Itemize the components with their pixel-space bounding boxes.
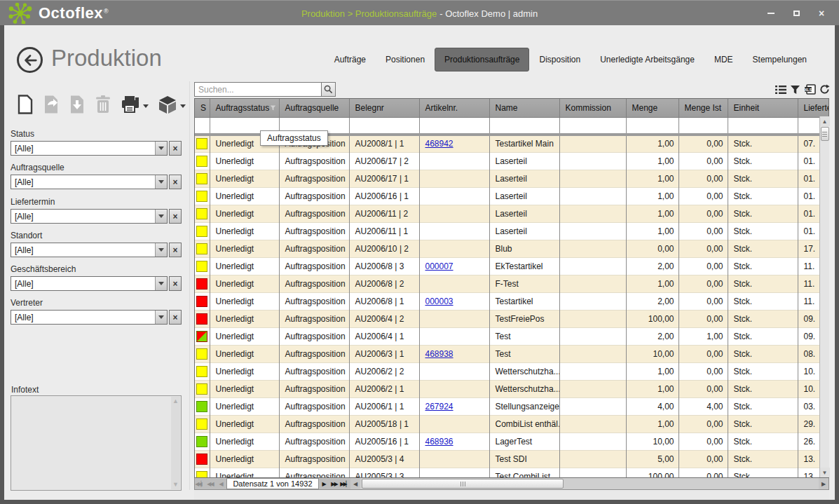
minimize-button[interactable] [762,7,780,20]
column-chooser-icon[interactable] [775,85,786,97]
table-row[interactable]: UnerledigtAuftragspositionAU2006/4 | 1Te… [195,327,829,345]
column-header-auftragsstatus[interactable]: Auftragsstatus [210,99,279,117]
table-row[interactable]: UnerledigtAuftragspositionAU2006/16 | 1L… [195,187,829,205]
filter-dropdown-standort[interactable]: [Alle] [11,243,168,257]
table-row[interactable]: UnerledigtAuftragspositionAU2006/2 | 1We… [195,380,829,397]
search-button[interactable] [322,82,336,97]
tab-stempelungen[interactable]: Stempelungen [743,48,817,71]
filter-cell-einheit[interactable] [728,117,798,135]
dropdown-caret-icon[interactable] [143,104,149,108]
artikelnr-link[interactable]: 468936 [425,437,453,447]
first-record-button[interactable]: ◀◀▏ [195,478,205,489]
filter-clear-button[interactable]: × [169,243,182,257]
filter-clear-button[interactable]: × [169,209,182,224]
vertical-scroll-thumb[interactable] [821,127,829,141]
filter-cell-menge-ist[interactable] [678,117,728,135]
package-button[interactable] [158,95,186,117]
table-row[interactable]: UnerledigtAuftragspositionAU2006/4 | 2Te… [195,310,829,327]
tab-positionen[interactable]: Positionen [376,48,435,71]
table-row[interactable]: UnerledigtAuftragspositionAU2006/3 | 146… [195,345,829,362]
scroll-right-icon[interactable]: ▶ [819,478,828,489]
artikelnr-link[interactable]: 468942 [425,139,453,149]
filter-dropdown-vertreter[interactable]: [Alle] [11,310,168,325]
filter-cell-menge[interactable] [626,117,678,135]
prev-page-button[interactable]: ◀◀ [205,478,216,489]
grid-horizontal-scrollbar[interactable] [360,478,819,489]
tab-aufträge[interactable]: Aufträge [325,48,376,71]
filter-dropdown-geschäftsbereich[interactable]: [Alle] [11,276,168,291]
dropdown-button[interactable] [155,243,167,257]
table-row[interactable]: UnerledigtAuftragspositionAU2006/2 | 2We… [195,362,829,380]
infotext-field[interactable]: ▲▼ [11,395,182,491]
dropdown-button[interactable] [155,175,167,189]
filter-dropdown-status[interactable]: [Alle] [11,141,168,156]
table-row[interactable]: UnerledigtAuftragspositionAU2006/8 | 300… [195,257,829,275]
tab-disposition[interactable]: Disposition [529,48,590,71]
artikelnr-link[interactable]: 000003 [425,297,453,306]
back-button[interactable] [17,47,43,73]
table-row[interactable]: UnerledigtAuftragspositionAU2005/3 | 3Te… [195,468,829,478]
dropdown-caret-icon[interactable] [180,104,186,108]
dropdown-button[interactable] [155,311,167,324]
column-header-belegnr[interactable]: Belegnr [349,99,419,117]
dropdown-button[interactable] [155,142,167,155]
print-button[interactable] [121,95,149,116]
column-header-s[interactable]: S [195,99,210,117]
scroll-left-icon[interactable]: ◀ [350,478,360,489]
filter-clear-button[interactable]: × [169,276,182,291]
column-header-kommission[interactable]: Kommission [559,99,626,117]
filter-dropdown-liefertermin[interactable]: [Alle] [11,209,168,224]
scroll-down-icon[interactable]: ▼ [820,468,830,477]
column-header-einheit[interactable]: Einheit [728,99,798,117]
dropdown-button[interactable] [155,277,167,290]
filter-clear-button[interactable]: × [169,175,182,189]
grid-vertical-scrollbar[interactable]: ▲ ▼ [819,116,829,477]
table-row[interactable]: UnerledigtAuftragspositionAU2005/18 | 1C… [195,415,829,433]
artikelnr-link[interactable]: 267924 [425,402,453,411]
table-row[interactable]: UnerledigtAuftragspositionAU2006/8 | 100… [195,292,829,310]
table-row[interactable]: UnerledigtAuftragspositionAU2006/17 | 1L… [195,170,829,187]
excel-export-icon[interactable]: XLS [804,84,816,97]
filter-clear-button[interactable]: × [169,310,182,325]
column-header-auftragsquelle[interactable]: Auftragsquelle [279,99,349,117]
horizontal-scroll-thumb[interactable] [362,479,564,489]
scroll-up-icon[interactable]: ▲ [820,116,830,126]
table-row[interactable]: UnerledigtAuftragspositionAU2006/1 | 126… [195,397,829,415]
table-row[interactable]: UnerledigtAuftragspositionAU2006/8 | 2F-… [195,275,829,292]
table-row[interactable]: UnerledigtAuftragspositionAU2006/11 | 2L… [195,205,829,222]
filter-icon[interactable] [790,85,800,97]
filter-cell-kommission[interactable] [559,117,626,135]
column-header-menge[interactable]: Menge [626,99,678,117]
filter-clear-button[interactable]: × [169,141,182,156]
column-header-artikelnr-[interactable]: Artikelnr. [419,99,489,117]
column-header-name[interactable]: Name [489,99,559,117]
tab-produktionsaufträge[interactable]: Produktionsaufträge [435,48,529,71]
column-filter-icon[interactable] [270,103,276,113]
tab-unerledigte-arbeitsgänge[interactable]: Unerledigte Arbeitsgänge [590,48,704,71]
filter-cell-name[interactable] [489,117,559,135]
table-row[interactable]: UnerledigtAuftragspositionAU2005/3 | 4Te… [195,450,829,468]
search-input[interactable] [194,82,322,97]
filter-cell-artikelnr-[interactable] [419,117,489,135]
table-row[interactable]: UnerledigtAuftragspositionAU2006/11 | 1L… [195,222,829,240]
filter-cell-belegnr[interactable] [349,117,419,135]
maximize-button[interactable] [787,7,805,20]
tab-mde[interactable]: MDE [704,48,743,71]
dropdown-button[interactable] [155,210,167,223]
artikelnr-link[interactable]: 000007 [425,261,453,271]
table-row[interactable]: UnerledigtAuftragspositionAU2006/17 | 2L… [195,152,829,170]
column-header-menge-ist[interactable]: Menge Ist [678,99,728,117]
infotext-scrollbar[interactable]: ▲▼ [171,397,180,489]
close-button[interactable]: × [812,7,831,20]
next-page-button[interactable]: ▶▶ [329,478,340,489]
column-header-liefertermin[interactable]: Liefertermin [798,99,829,117]
table-row[interactable]: UnerledigtAuftragspositionAU2006/10 | 2B… [195,240,829,257]
table-row[interactable]: UnerledigtAuftragspositionAU2005/16 | 14… [195,433,829,450]
refresh-icon[interactable] [819,84,830,97]
last-record-button[interactable]: ▶▶▏ [340,478,350,489]
filter-dropdown-auftragsquelle[interactable]: [Alle] [11,175,168,189]
next-record-button[interactable]: ▶ [319,478,329,489]
prev-record-button[interactable]: ◀ [216,478,226,489]
new-document-button[interactable] [17,95,34,117]
filter-cell-s[interactable] [195,117,210,135]
